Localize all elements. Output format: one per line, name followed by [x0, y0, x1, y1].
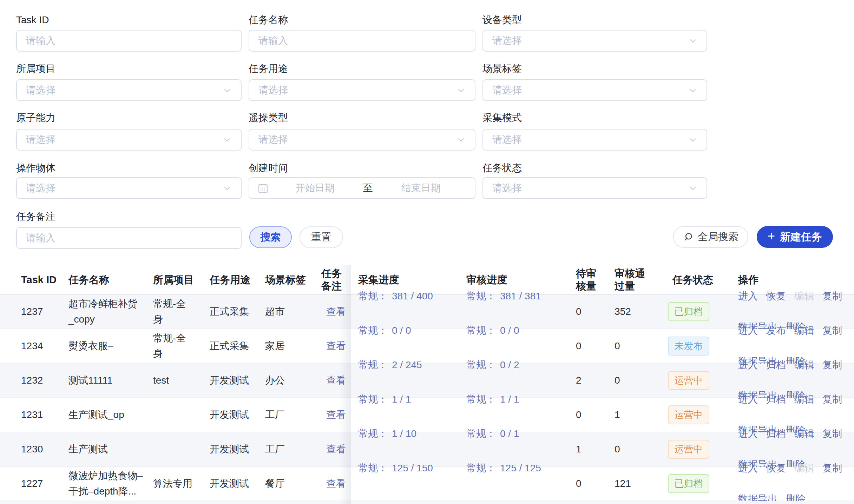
operate-object-select[interactable]: 请选择 — [16, 177, 242, 199]
remark-view-link[interactable]: 查看 — [326, 442, 346, 457]
atomic-ability-label: 原子能力 — [16, 112, 242, 124]
task-name-input-field[interactable] — [258, 35, 466, 46]
archive-link[interactable]: 归档 — [766, 426, 786, 442]
end-date-placeholder[interactable]: 结束日期 — [375, 181, 467, 195]
cell-project: 常规-全 身 — [153, 331, 208, 362]
cell-passed-count: 1 — [615, 407, 620, 423]
copy-link[interactable]: 复制 — [822, 392, 842, 407]
enter-link[interactable]: 进入 — [738, 426, 758, 442]
task-remark-input[interactable] — [16, 227, 242, 249]
review-regular-line: 常规：381 / 381 — [466, 291, 541, 301]
publish-link[interactable]: 发布 — [766, 323, 786, 338]
cell-status: 运营中 — [667, 405, 710, 424]
enter-link[interactable]: 进入 — [738, 460, 758, 476]
task-remark-label: 任务备注 — [16, 211, 242, 223]
scene-tag-select[interactable]: 请选择 — [482, 79, 707, 101]
chevron-down-icon — [688, 86, 697, 95]
teleop-type-select[interactable]: 请选择 — [249, 129, 475, 151]
collect-mode-select[interactable]: 请选择 — [482, 129, 707, 151]
collect-regular-line: 常规：0 / 0 — [358, 325, 411, 336]
cell-pending-count: 1 — [576, 442, 582, 457]
search-button[interactable]: 搜索 — [249, 226, 292, 248]
edit-link[interactable]: 编辑 — [794, 357, 814, 373]
task-id-input-field[interactable] — [26, 35, 232, 46]
cell-purpose: 正式采集 — [210, 304, 249, 319]
remark-view-link[interactable]: 查看 — [326, 476, 346, 491]
edit-link[interactable]: 编辑 — [794, 392, 814, 407]
create-time-range-picker[interactable]: 开始日期 至 结束日期 — [249, 177, 475, 199]
cell-purpose: 正式采集 — [210, 338, 249, 354]
chevron-down-icon — [456, 135, 466, 144]
review-regular-line: 常规：0 / 2 — [466, 359, 519, 370]
collect-regular-line: 常规：381 / 400 — [358, 291, 433, 301]
cell-task-name: 超市冷鲜柜补货 _copy — [68, 296, 151, 327]
cell-scene: 餐厅 — [265, 476, 285, 491]
create-task-button[interactable]: + 新建任务 — [757, 226, 833, 248]
task-status-placeholder: 请选择 — [492, 181, 522, 195]
cell-project: 算法专用 — [153, 476, 208, 491]
purpose-select[interactable]: 请选择 — [249, 79, 475, 101]
enter-link[interactable]: 进入 — [738, 392, 758, 407]
device-type-placeholder: 请选择 — [492, 34, 522, 47]
copy-link[interactable]: 复制 — [822, 460, 842, 476]
cell-purpose: 开发测试 — [210, 407, 249, 423]
table-body: 1237 超市冷鲜柜补货 _copy 常规-全 身 正式采集 超市 查看 常规：… — [0, 295, 854, 501]
cell-scene: 办公 — [265, 373, 285, 388]
remark-view-link[interactable]: 查看 — [326, 373, 346, 388]
task-remark-input-field[interactable] — [26, 232, 232, 244]
task-status-select[interactable]: 请选择 — [482, 177, 707, 199]
header-pending-count: 待审 核量 — [576, 265, 596, 294]
remark-view-link[interactable]: 查看 — [326, 304, 346, 319]
fixed-left-clip: 任务备注 — [0, 265, 351, 294]
edit-link[interactable]: 编辑 — [794, 426, 814, 442]
copy-link[interactable]: 复制 — [822, 357, 842, 373]
cell-status: 已归档 — [667, 474, 710, 493]
cell-passed-count: 0 — [615, 373, 620, 388]
start-date-placeholder[interactable]: 开始日期 — [269, 181, 361, 195]
cell-task-name: 生产测试_op — [68, 407, 151, 423]
review-regular-line: 常规：0 / 1 — [466, 428, 519, 439]
restore-link[interactable]: 恢复 — [766, 460, 786, 476]
cell-pending-count: 0 — [576, 338, 582, 354]
status-badge: 运营中 — [668, 371, 709, 390]
remark-view-link[interactable]: 查看 — [326, 338, 346, 354]
remark-view-link[interactable]: 查看 — [326, 407, 346, 423]
cell-task-id: 1230 — [21, 442, 43, 457]
enter-link[interactable]: 进入 — [738, 323, 758, 338]
cell-project: test — [153, 373, 208, 388]
project-select[interactable]: 请选择 — [16, 79, 242, 101]
atomic-ability-select[interactable]: 请选择 — [16, 129, 242, 151]
copy-link[interactable]: 复制 — [822, 426, 842, 442]
scene-tag-placeholder: 请选择 — [492, 84, 522, 97]
table-row: 1232 测试11111 test 开发测试 办公 查看 常规：2 / 245 … — [0, 364, 854, 398]
global-search-button[interactable]: 全局搜索 — [673, 226, 748, 248]
reset-button[interactable]: 重置 — [300, 226, 343, 248]
collect-mode-placeholder: 请选择 — [492, 133, 522, 146]
restore-link[interactable]: 恢复 — [766, 289, 786, 304]
project-placeholder: 请选择 — [26, 84, 55, 97]
task-status-label: 任务状态 — [482, 162, 707, 174]
cell-task-id: 1227 — [21, 476, 43, 491]
copy-link[interactable]: 复制 — [822, 289, 842, 304]
cell-task-id: 1234 — [21, 338, 43, 354]
cell-purpose: 开发测试 — [210, 373, 249, 388]
archive-link[interactable]: 归档 — [766, 357, 786, 373]
archive-link[interactable]: 归档 — [766, 392, 786, 407]
device-type-select[interactable]: 请选择 — [482, 30, 707, 52]
edit-link[interactable]: 编辑 — [794, 323, 814, 338]
plus-icon: + — [768, 230, 775, 243]
cell-status: 运营中 — [667, 440, 710, 459]
task-id-input[interactable] — [16, 30, 242, 52]
review-regular-line: 常规：0 / 0 — [466, 325, 519, 336]
search-icon — [683, 232, 694, 242]
cell-ops: 进入恢复编辑复制 数据导出删除 — [738, 445, 850, 504]
enter-link[interactable]: 进入 — [738, 289, 758, 304]
copy-link[interactable]: 复制 — [822, 323, 842, 338]
cell-passed-count: 0 — [615, 442, 620, 457]
review-regular-line: 常规：1 / 1 — [466, 394, 519, 405]
enter-link[interactable]: 进入 — [738, 357, 758, 373]
task-name-input[interactable] — [249, 30, 475, 52]
cell-project: 常规-全 身 — [153, 296, 208, 327]
ops-line-1: 进入归档编辑复制 — [738, 357, 850, 373]
cell-status: 未发布 — [667, 337, 710, 356]
